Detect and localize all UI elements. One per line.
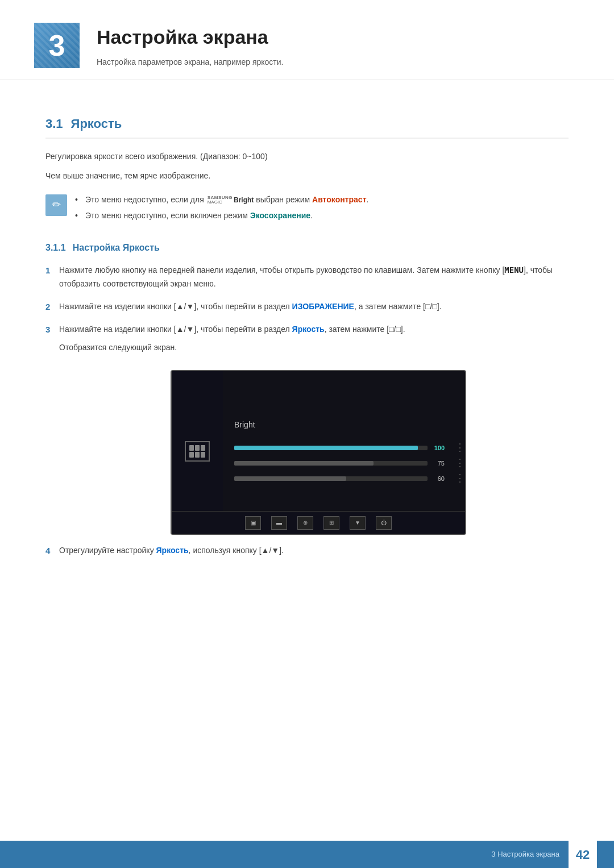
menu-item-3: 60 ⋮ — [234, 471, 465, 486]
bar-track-2 — [234, 461, 428, 466]
menu-dots-1: ⋮ — [455, 440, 465, 455]
brightness-section-label: Яркость — [292, 325, 325, 334]
bar-track-3 — [234, 476, 428, 481]
bar-container-1: 100 — [234, 443, 445, 453]
nav-btn-1: ▣ — [245, 516, 261, 530]
menu-dots-3: ⋮ — [455, 471, 465, 486]
chapter-header: 3 Настройка экрана Настройка параметров … — [0, 0, 614, 80]
step-2-content: Нажимайте на изделии кнопки [▲/▼], чтобы… — [59, 300, 569, 314]
step-4-number: 4 — [45, 545, 59, 558]
autocontrast-label: Автоконтраст — [312, 195, 366, 204]
menu-item-2: 75 ⋮ — [234, 455, 465, 471]
menu-dots-2: ⋮ — [455, 455, 465, 471]
main-content: 3.1 Яркость Регулировка яркости всего из… — [0, 86, 614, 601]
ecosave-label: Экосохранение — [250, 211, 310, 220]
page-wrapper: 3 Настройка экрана Настройка параметров … — [0, 0, 614, 868]
nav-btn-5: ▼ — [350, 516, 366, 530]
screen-left — [172, 371, 223, 534]
screen-menu-label: Bright — [234, 419, 465, 431]
note-box: ✏ Это меню недоступно, если для SAMSUNG … — [45, 193, 569, 226]
chapter-title: Настройка экрана — [97, 23, 580, 52]
bar-value-3: 60 — [431, 474, 445, 484]
step-1-content: Нажмите любую кнопку на передней панели … — [59, 264, 569, 291]
footer-page-number: 42 — [569, 841, 597, 868]
brand-inline: SAMSUNG MAGIC — [208, 196, 233, 205]
subsection-311-header: 3.1.1 Настройка Яркость — [45, 241, 569, 255]
section-31-title: Яркость — [71, 114, 122, 133]
pencil-icon: ✏ — [52, 197, 61, 213]
nav-btn-3: ⊕ — [297, 516, 313, 530]
step-2: 2 Нажимайте на изделии кнопки [▲/▼], что… — [45, 300, 569, 314]
step-2-number: 2 — [45, 301, 59, 314]
grid-icon — [189, 445, 205, 458]
note-list: Это меню недоступно, если для SAMSUNG MA… — [75, 193, 368, 226]
section-31-number: 3.1 — [45, 114, 63, 133]
nav-btn-2: ▬ — [271, 516, 287, 530]
monitor-display: Bright 100 ⋮ — [171, 370, 466, 535]
chapter-subtitle: Настройка параметров экрана, например яр… — [97, 56, 580, 68]
step-1-number: 1 — [45, 264, 59, 277]
step-4-content: Отрегулируйте настройку Яркость, использ… — [59, 544, 569, 558]
screen-right: Bright 100 ⋮ — [223, 371, 465, 534]
subsection-311-title: Настройка Яркость — [73, 243, 160, 252]
chapter-title-block: Настройка экрана Настройка параметров эк… — [97, 23, 580, 68]
section-31-desc2: Чем выше значение, тем ярче изображение. — [45, 169, 569, 183]
step-3-content: Нажимайте на изделии кнопки [▲/▼], чтобы… — [59, 323, 569, 355]
bar-value-1: 100 — [431, 443, 445, 453]
menu-item-1: 100 ⋮ — [234, 440, 465, 455]
chapter-number: 3 — [34, 23, 80, 68]
screen-icon-box — [185, 441, 210, 462]
brightness-adjust-label: Яркость — [156, 546, 189, 555]
screen-appears-text: Отобразится следующий экран. — [59, 341, 569, 355]
step-1: 1 Нажмите любую кнопку на передней панел… — [45, 264, 569, 291]
step-3: 3 Нажимайте на изделии кнопки [▲/▼], что… — [45, 323, 569, 355]
bar-fill-3 — [234, 476, 346, 481]
monitor-screenshot: Bright 100 ⋮ — [68, 370, 569, 535]
nav-btn-4: ⊞ — [323, 516, 339, 530]
bar-value-2: 75 — [431, 459, 445, 468]
bar-container-2: 75 — [234, 459, 445, 468]
nav-btn-power: ⏻ — [376, 516, 392, 530]
screen-inner: Bright 100 ⋮ — [172, 371, 465, 534]
image-section-label: ИЗОБРАЖЕНИЕ — [292, 302, 354, 311]
bar-container-3: 60 — [234, 474, 445, 484]
note-icon: ✏ — [45, 194, 67, 216]
brand-bright-text: Bright — [234, 196, 254, 204]
bar-track-1 — [234, 446, 428, 450]
bar-fill-1 — [234, 446, 418, 450]
footer-section-label: 3 Настройка экрана — [491, 849, 559, 860]
section-31-desc1: Регулировка яркости всего изображения. (… — [45, 150, 569, 164]
screen-bottom-nav: ▣ ▬ ⊕ ⊞ ▼ ⏻ — [172, 511, 465, 534]
note-item-2: Это меню недоступно, если включен режим … — [75, 209, 368, 222]
bar-fill-2 — [234, 461, 374, 466]
note-item-1: Это меню недоступно, если для SAMSUNG MA… — [75, 193, 368, 206]
step-4: 4 Отрегулируйте настройку Яркость, испол… — [45, 544, 569, 558]
section-31-header: 3.1 Яркость — [45, 114, 569, 139]
page-footer: 3 Настройка экрана 42 — [0, 841, 614, 868]
subsection-311-number: 3.1.1 — [45, 243, 66, 252]
step-3-number: 3 — [45, 323, 59, 337]
